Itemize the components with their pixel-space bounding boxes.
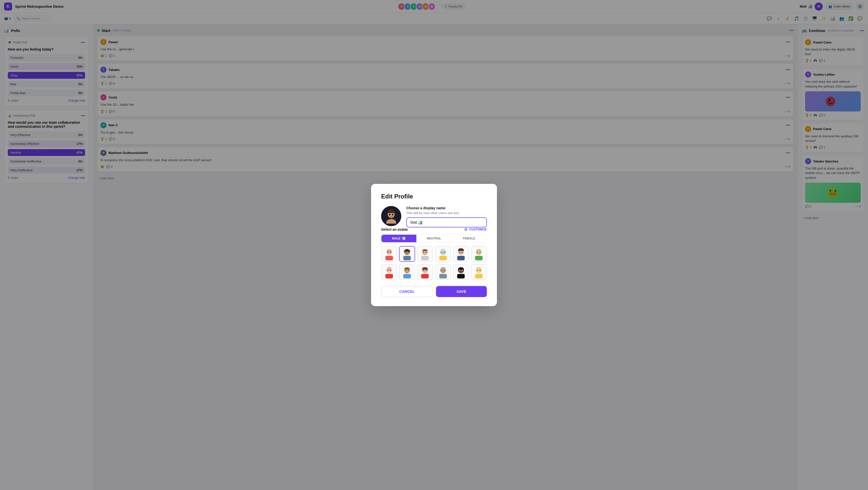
modal-name-label: Choose a display name [406, 206, 487, 210]
avatar-item-6[interactable] [471, 246, 487, 262]
svg-point-27 [441, 252, 442, 253]
avatar-item-1[interactable] [381, 246, 397, 262]
svg-point-33 [462, 252, 463, 253]
svg-rect-10 [385, 256, 393, 260]
svg-point-36 [477, 252, 478, 253]
svg-point-13 [390, 252, 391, 253]
svg-rect-31 [459, 253, 463, 254]
svg-point-22 [423, 252, 424, 253]
svg-rect-30 [457, 256, 465, 260]
save-button[interactable]: SAVE [436, 286, 487, 297]
avatar-item-7[interactable] [381, 264, 397, 280]
svg-rect-16 [404, 250, 405, 252]
avatar-item-3[interactable] [417, 246, 433, 262]
male-refresh-icon: 🔄 [402, 237, 406, 240]
male-tab-label: MALE [392, 237, 401, 240]
svg-point-28 [444, 252, 445, 253]
svg-point-18 [405, 252, 406, 253]
svg-point-19 [408, 252, 409, 253]
neutral-tab-label: NEUTRAL [427, 237, 441, 240]
svg-point-55 [444, 270, 445, 271]
svg-rect-15 [403, 256, 411, 260]
svg-point-12 [388, 252, 389, 253]
svg-point-59 [462, 270, 463, 271]
svg-rect-57 [457, 274, 465, 279]
svg-point-7 [389, 214, 391, 216]
cancel-button[interactable]: CANCEL [381, 286, 433, 297]
modal-name-sublabel: This will be how other users see you [406, 211, 487, 215]
svg-rect-61 [475, 274, 483, 279]
avatar-tabs: MALE 🔄 NEUTRAL FEMALE [381, 234, 487, 242]
svg-rect-21 [421, 256, 429, 260]
modal-name-section: Choose a display name This will be how o… [381, 206, 487, 227]
svg-point-63 [479, 270, 480, 271]
svg-point-32 [459, 252, 460, 253]
svg-point-11 [387, 250, 392, 253]
svg-point-23 [426, 252, 427, 253]
customize-icon: ⚙️ [464, 228, 468, 231]
svg-point-58 [459, 270, 460, 271]
avatar-item-8[interactable] [399, 264, 415, 280]
avatar-tab-female[interactable]: FEMALE [452, 235, 487, 242]
svg-point-54 [441, 270, 442, 271]
svg-rect-49 [421, 274, 429, 279]
avatar-grid [381, 246, 487, 280]
svg-rect-25 [439, 256, 447, 260]
avatar-item-9[interactable] [417, 264, 433, 280]
modal-avatar-section: Select an avatar ⚙️ CUSTOMIZE MALE 🔄 NEU… [381, 227, 487, 280]
modal-avatar-header: Select an avatar ⚙️ CUSTOMIZE [381, 227, 487, 231]
modal-name-input-section: Choose a display name This will be how o… [406, 206, 487, 227]
avatar-item-2[interactable] [399, 246, 415, 262]
svg-rect-45 [403, 274, 411, 279]
modal-actions: CANCEL SAVE [381, 286, 487, 297]
modal-title: Edit Profile [381, 193, 487, 200]
modal-name-input[interactable] [406, 217, 487, 227]
svg-point-43 [390, 270, 391, 271]
svg-point-40 [388, 267, 391, 270]
svg-point-50 [423, 270, 424, 271]
avatar-tab-neutral[interactable]: NEUTRAL [416, 235, 452, 242]
svg-point-42 [388, 270, 389, 271]
modal-overlay: Edit Profile Choose a display name This … [0, 0, 868, 490]
svg-rect-35 [475, 256, 483, 260]
customize-label: CUSTOMIZE [469, 228, 487, 231]
svg-rect-39 [385, 274, 393, 279]
svg-point-47 [408, 270, 409, 271]
svg-point-8 [392, 214, 394, 216]
svg-point-51 [426, 270, 427, 271]
customize-button[interactable]: ⚙️ CUSTOMIZE [464, 228, 487, 231]
female-tab-label: FEMALE [463, 237, 475, 240]
modal-avatar-title: Select an avatar [381, 227, 408, 231]
svg-point-37 [479, 252, 480, 253]
avatar-item-10[interactable] [435, 264, 451, 280]
svg-point-46 [405, 270, 406, 271]
avatar-item-11[interactable] [453, 264, 469, 280]
modal-current-avatar [381, 206, 401, 226]
svg-rect-53 [439, 274, 447, 279]
edit-profile-modal: Edit Profile Choose a display name This … [371, 184, 497, 306]
svg-point-62 [477, 270, 478, 271]
avatar-tab-male[interactable]: MALE 🔄 [381, 235, 416, 242]
avatar-item-4[interactable] [435, 246, 451, 262]
avatar-item-5[interactable] [453, 246, 469, 262]
svg-rect-17 [409, 250, 410, 252]
avatar-item-12[interactable] [471, 264, 487, 280]
